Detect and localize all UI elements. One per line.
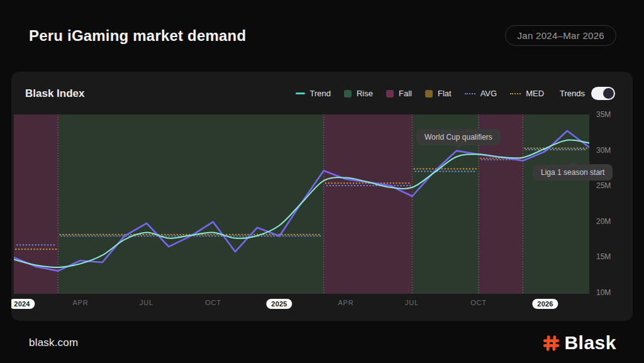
chart-area: 35M30M25M20M15M10M 2024APRJULOCT2025APRJ… xyxy=(14,114,630,316)
legend-item-label: AVG xyxy=(480,89,497,98)
legend-item-label: Flat xyxy=(438,89,452,98)
trends-toggle-group: Trends xyxy=(560,87,615,100)
legend-item-fall[interactable]: Fall xyxy=(386,89,412,98)
x-axis-tick: OCT xyxy=(205,299,221,306)
x-axis-tick: APR xyxy=(338,299,353,306)
flat-legend-marker-icon xyxy=(425,90,433,98)
chart-title: Blask Index xyxy=(25,87,85,100)
page-title: Peru iGaming market demand xyxy=(29,27,246,45)
report-header: Peru iGaming market demand Jan 2024–Mar … xyxy=(29,25,616,46)
trends-toggle-knob xyxy=(603,88,614,99)
chart-legend: TrendRiseFallFlatAVGMED Trends xyxy=(296,87,616,100)
blask-logo-text: Blask xyxy=(564,332,616,354)
trends-toggle[interactable] xyxy=(591,87,615,100)
legend-item-med[interactable]: MED xyxy=(510,89,544,98)
blask-hash-icon xyxy=(543,335,560,352)
x-axis-year-pill: 2026 xyxy=(532,299,558,309)
med-legend-marker-icon xyxy=(510,93,521,94)
y-axis-tick: 15M xyxy=(596,252,611,261)
annotation-tooltip: World Cup qualifiers xyxy=(416,129,501,145)
x-axis-year-pill: 2025 xyxy=(266,299,292,309)
y-axis-tick: 20M xyxy=(596,217,611,226)
y-axis-tick: 30M xyxy=(596,146,611,155)
report-footer: blask.com Blask xyxy=(29,332,616,354)
avg-legend-marker-icon xyxy=(465,93,475,94)
legend-item-trend[interactable]: Trend xyxy=(296,89,331,98)
blask-report-page: { "header": { "title": "Peru iGaming mar… xyxy=(0,0,644,363)
fall-legend-marker-icon xyxy=(386,90,394,98)
chart-card: Blask Index TrendRiseFallFlatAVGMED Tren… xyxy=(11,72,633,321)
x-axis-tick: JUL xyxy=(140,299,153,306)
line-chart-plot[interactable] xyxy=(14,114,589,294)
legend-item-label: Trend xyxy=(310,89,331,98)
y-axis-tick: 10M xyxy=(596,288,611,297)
site-url[interactable]: blask.com xyxy=(29,337,78,349)
legend-item-label: Rise xyxy=(357,89,373,98)
blask-logo: Blask xyxy=(543,332,616,354)
trends-toggle-label: Trends xyxy=(560,89,585,98)
legend-item-label: Fall xyxy=(399,89,412,98)
legend-item-avg[interactable]: AVG xyxy=(465,89,497,98)
rise-legend-marker-icon xyxy=(344,90,352,98)
legend-item-label: MED xyxy=(526,89,544,98)
x-axis-year-pill: 2024 xyxy=(11,299,35,309)
legend-item-flat[interactable]: Flat xyxy=(425,89,452,98)
x-axis-tick: APR xyxy=(72,299,88,306)
x-axis-tick: OCT xyxy=(470,299,487,306)
annotation-tooltip: Liga 1 season start xyxy=(533,164,613,181)
y-axis-tick: 35M xyxy=(596,110,611,119)
region-band-rise xyxy=(58,114,323,294)
region-band-fall xyxy=(324,114,413,294)
x-axis-tick: JUL xyxy=(405,299,419,306)
date-range-badge: Jan 2024–Mar 2026 xyxy=(505,25,616,46)
trend-legend-marker-icon xyxy=(296,92,305,94)
y-axis-tick: 25M xyxy=(596,181,611,190)
legend-item-rise[interactable]: Rise xyxy=(344,89,373,98)
chart-card-header: Blask Index TrendRiseFallFlatAVGMED Tren… xyxy=(25,87,615,100)
